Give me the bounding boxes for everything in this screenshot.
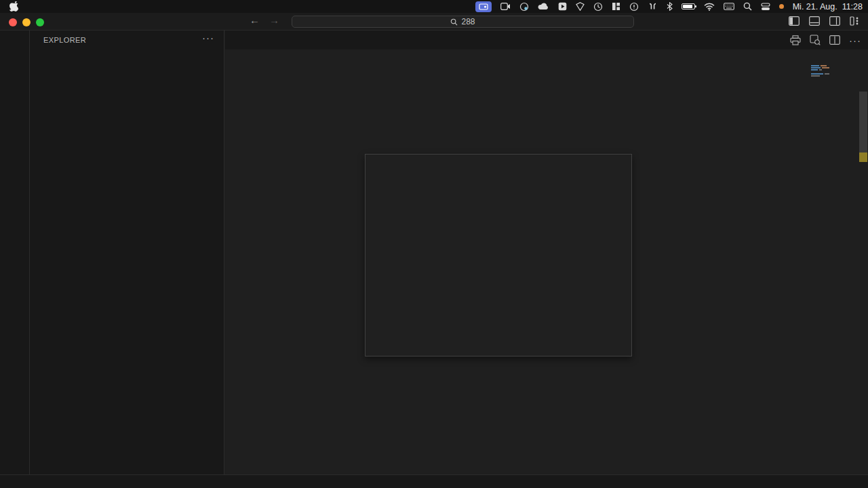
command-center-search[interactable]: 288	[292, 16, 634, 28]
macos-menu-bar: Mi. 21. Aug. 11:28	[0, 0, 868, 13]
intellisense-suggest-widget	[365, 154, 632, 357]
minimap[interactable]	[811, 65, 838, 77]
toggle-primary-sidebar-icon[interactable]	[789, 16, 800, 26]
breadcrumb[interactable]	[225, 49, 868, 63]
overview-ruler-warning-marker	[859, 152, 867, 162]
battery-icon[interactable]	[682, 1, 695, 12]
toggle-secondary-sidebar-icon[interactable]	[829, 16, 840, 26]
camera-icon[interactable]	[500, 1, 511, 12]
window-layout-icon[interactable]	[612, 1, 620, 12]
editor-scrollbar[interactable]	[859, 63, 868, 474]
menu-bar-status-area: Mi. 21. Aug. 11:28	[475, 0, 863, 13]
info-circle-icon[interactable]	[629, 1, 639, 12]
toggle-panel-icon[interactable]	[809, 16, 820, 26]
wifi-icon[interactable]	[704, 1, 715, 12]
vscode-window: Mi. 21. Aug. 11:28 ← → 288 EXPLORER	[0, 0, 868, 488]
notification-dot	[779, 4, 784, 9]
menu-bar-clock[interactable]: Mi. 21. Aug. 11:28	[793, 2, 863, 12]
window-controls	[9, 18, 44, 26]
close-window-button[interactable]	[9, 18, 17, 26]
explorer-sidebar: EXPLORER ···	[30, 30, 224, 474]
customize-layout-icon[interactable]	[850, 16, 860, 26]
apple-menu-icon[interactable]	[9, 1, 18, 12]
user-switch-icon[interactable]	[761, 1, 770, 12]
bluetooth-icon[interactable]	[667, 1, 673, 12]
minimize-window-button[interactable]	[22, 18, 31, 26]
keyboard-icon[interactable]	[724, 1, 734, 12]
zoom-window-button[interactable]	[36, 18, 44, 26]
activity-bar	[0, 30, 30, 474]
play-app-icon[interactable]	[558, 1, 567, 12]
status-bar	[0, 474, 868, 488]
more-actions-icon[interactable]: ···	[849, 35, 861, 46]
command-center-value: 288	[461, 17, 475, 26]
tab-bar	[225, 30, 868, 49]
sidebar-title: EXPLORER	[43, 36, 86, 44]
navigate-back-button[interactable]: ←	[250, 14, 260, 26]
open-preview-icon[interactable]	[810, 35, 821, 45]
screen-mirroring-icon[interactable]	[475, 1, 492, 12]
explorer-more-actions-icon[interactable]: ···	[202, 32, 214, 43]
search-icon	[450, 18, 458, 26]
airpods-icon[interactable]	[648, 1, 658, 12]
app-paw-icon[interactable]	[519, 1, 529, 12]
print-icon[interactable]	[790, 35, 801, 45]
editor-actions: ···	[790, 30, 861, 49]
clock-lock-icon[interactable]	[593, 1, 603, 12]
vscode-title-bar: ← → 288	[0, 13, 868, 30]
spotlight-icon[interactable]	[743, 1, 752, 12]
navigate-forward-button[interactable]: →	[269, 14, 279, 26]
split-editor-icon[interactable]	[829, 35, 840, 45]
shield-app-icon[interactable]	[576, 1, 585, 12]
cloud-icon[interactable]	[538, 1, 549, 12]
